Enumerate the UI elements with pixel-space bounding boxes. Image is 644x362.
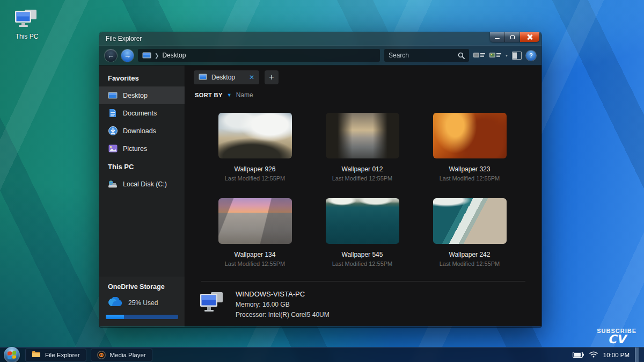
- tab-close-icon[interactable]: ✕: [249, 74, 254, 81]
- taskbar-button-label: File Explorer: [45, 352, 80, 358]
- wallpaper-thumbnail[interactable]: [433, 198, 507, 244]
- maximize-icon: [510, 35, 515, 39]
- subscribe-watermark: SUBSCRIBE CV: [597, 328, 636, 345]
- file-card[interactable]: Wallpaper 134 Last Modified 12:55PM: [201, 198, 309, 267]
- file-card[interactable]: Wallpaper 323 Last Modified 12:55PM: [416, 113, 523, 182]
- sidebar-item-local-disk[interactable]: Local Disk (C:): [99, 175, 185, 193]
- show-desktop-button[interactable]: [635, 347, 639, 362]
- minimize-icon: [495, 38, 500, 39]
- sidebar-item-documents[interactable]: Documents: [99, 104, 185, 122]
- sort-by-label: SORT BY: [195, 92, 223, 98]
- window-title: File Explorer: [106, 35, 142, 42]
- search-placeholder: Search: [389, 52, 455, 59]
- monitor-icon: [199, 73, 207, 82]
- search-input[interactable]: Search: [384, 49, 469, 62]
- pc-details-panel: WINDOWS-VISTA-PC Memory: 16.00 GB Proces…: [198, 290, 541, 318]
- sidebar-item-label: Pictures: [123, 145, 147, 153]
- monitor-icon: [108, 91, 118, 100]
- sort-bar: SORT BY ▼ Name: [195, 91, 541, 99]
- file-card[interactable]: Wallpaper 242 Last Modified 12:55PM: [416, 198, 523, 267]
- caption-buttons: [490, 32, 539, 42]
- sidebar-item-label: Desktop: [123, 92, 148, 99]
- sidebar-item-desktop[interactable]: Desktop: [99, 86, 185, 104]
- tiles-view-button[interactable]: [489, 52, 501, 59]
- desktop-icon-this-pc[interactable]: This PC: [10, 8, 44, 40]
- desktop-wallpaper: This PC File Explorer ← → ❯ Desktop: [0, 0, 644, 362]
- sidebar-header-favorites: Favorites: [99, 69, 185, 86]
- sidebar-item-downloads[interactable]: Downloads: [99, 122, 185, 140]
- file-explorer-window: File Explorer ← → ❯ Desktop Search: [99, 32, 541, 327]
- system-tray: 10:00 PM: [573, 347, 644, 362]
- file-card[interactable]: Wallpaper 012 Last Modified 12:55PM: [309, 113, 416, 182]
- wallpaper-thumbnail[interactable]: [218, 113, 292, 158]
- sidebar-item-label: Documents: [123, 110, 157, 117]
- help-icon: ?: [529, 52, 533, 59]
- wifi-icon[interactable]: [589, 350, 598, 360]
- wallpaper-thumbnail[interactable]: [218, 198, 292, 244]
- preview-pane-button[interactable]: [512, 52, 522, 60]
- breadcrumb[interactable]: Desktop: [162, 52, 186, 59]
- channel-logo: CV: [597, 334, 636, 345]
- taskbar-button-label: Media Player: [110, 352, 146, 358]
- start-button[interactable]: [4, 347, 20, 362]
- desktop-icon-label: This PC: [10, 33, 44, 40]
- sidebar-item-label: Downloads: [123, 127, 156, 135]
- sort-caret-icon[interactable]: ▼: [227, 92, 232, 98]
- onedrive-storage-panel: OneDrive Storage 25% Used: [99, 277, 185, 327]
- taskbar-clock[interactable]: 10:00 PM: [603, 352, 630, 358]
- onedrive-title: OneDrive Storage: [106, 283, 178, 291]
- onedrive-progress-fill: [106, 315, 124, 319]
- new-tab-button[interactable]: +: [265, 70, 279, 84]
- onedrive-progress-bar: [106, 315, 178, 319]
- sidebar-item-pictures[interactable]: Pictures: [99, 140, 185, 157]
- folder-icon: [32, 351, 41, 359]
- wallpaper-thumbnail[interactable]: [326, 113, 399, 158]
- help-button[interactable]: ?: [526, 50, 536, 61]
- memory-info: Memory: 16.00 GB: [236, 301, 330, 308]
- sidebar: Favorites Desktop Documents: [99, 66, 185, 327]
- main-content: Desktop ✕ + SORT BY ▼ Name Wallpaper 92: [185, 66, 541, 327]
- battery-icon[interactable]: [573, 350, 584, 360]
- computer-icon: [13, 21, 41, 31]
- windows-logo-icon: [8, 351, 16, 359]
- file-name: Wallpaper 545: [309, 251, 416, 258]
- forward-button[interactable]: →: [121, 49, 134, 62]
- file-name: Wallpaper 012: [309, 165, 416, 173]
- details-view-button[interactable]: [473, 52, 485, 59]
- file-modified: Last Modified 12:55PM: [309, 260, 416, 267]
- taskbar: File Explorer Media Player 10:00 PM: [0, 347, 644, 362]
- window-body: Favorites Desktop Documents: [99, 66, 541, 327]
- plus-icon: +: [269, 73, 274, 82]
- forward-arrow-icon: →: [124, 52, 131, 60]
- title-bar[interactable]: File Explorer: [99, 32, 541, 46]
- media-player-icon: [97, 351, 106, 359]
- onedrive-cloud-icon: [108, 297, 123, 308]
- taskbar-button-file-explorer[interactable]: File Explorer: [25, 349, 86, 361]
- document-icon: [108, 108, 118, 118]
- sort-value[interactable]: Name: [236, 91, 253, 99]
- minimize-button[interactable]: [490, 32, 505, 42]
- file-modified: Last Modified 12:55PM: [201, 175, 309, 182]
- disk-icon: [108, 179, 118, 189]
- tab-bar: Desktop ✕ +: [194, 70, 541, 84]
- onedrive-used-label: 25% Used: [128, 299, 158, 307]
- download-icon: [108, 126, 118, 136]
- sidebar-item-label: Local Disk (C:): [123, 180, 167, 188]
- file-name: Wallpaper 926: [201, 165, 309, 173]
- file-name: Wallpaper 323: [416, 165, 523, 173]
- breadcrumb-separator: ❯: [155, 53, 159, 59]
- file-card[interactable]: Wallpaper 926 Last Modified 12:55PM: [201, 113, 309, 182]
- close-icon: [527, 34, 532, 40]
- view-dropdown-caret-icon[interactable]: ▾: [506, 53, 508, 58]
- tab-desktop[interactable]: Desktop ✕: [194, 70, 259, 84]
- wallpaper-thumbnail[interactable]: [326, 198, 399, 244]
- address-bar[interactable]: ❯ Desktop: [138, 49, 380, 62]
- wallpaper-thumbnail[interactable]: [433, 113, 507, 158]
- file-card[interactable]: Wallpaper 545 Last Modified 12:55PM: [309, 198, 416, 267]
- maximize-button[interactable]: [505, 32, 520, 42]
- back-button[interactable]: ←: [105, 49, 117, 62]
- search-icon: [458, 52, 465, 59]
- file-name: Wallpaper 242: [416, 251, 523, 258]
- taskbar-button-media-player[interactable]: Media Player: [91, 349, 152, 361]
- close-button[interactable]: [520, 32, 539, 42]
